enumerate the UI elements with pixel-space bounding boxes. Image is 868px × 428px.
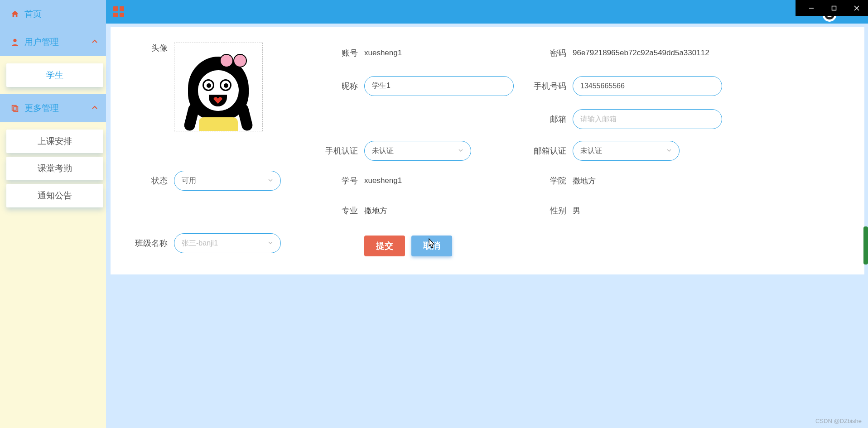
sidebar-item-attendance[interactable]: 课堂考勤 xyxy=(6,157,103,180)
value-account: xuesheng1 xyxy=(364,48,402,58)
label-phone-verify: 手机认证 xyxy=(314,145,364,156)
copy-icon xyxy=(11,104,20,112)
field-avatar: 头像 xyxy=(124,41,305,131)
form-grid: 头像 账号 xuesheng1 密码 96e79218965eb72c92a54… xyxy=(124,41,851,256)
maximize-button[interactable] xyxy=(823,0,845,16)
user-icon xyxy=(11,38,20,46)
sidebar: 首页 用户管理 学生 更多管理 上课安排 课堂考勤 通知公告 xyxy=(0,0,106,428)
form-actions: 提交 取消 xyxy=(314,230,514,256)
label-account: 账号 xyxy=(314,48,364,58)
main-content: 头像 账号 xuesheng1 密码 96e79218965eb72c92a54… xyxy=(111,27,864,274)
phone-input[interactable] xyxy=(573,76,722,96)
nickname-input[interactable] xyxy=(364,76,514,96)
spacer xyxy=(314,107,514,131)
class-name-value: 张三-banji1 xyxy=(182,239,218,248)
field-class-name: 班级名称 张三-banji1 xyxy=(124,230,305,256)
svg-rect-10 xyxy=(14,106,18,111)
minimize-button[interactable] xyxy=(800,0,823,16)
chevron-down-icon xyxy=(268,239,273,247)
sidebar-item-label: 通知公告 xyxy=(38,190,72,202)
status-select[interactable]: 可用 xyxy=(174,171,281,191)
chevron-down-icon xyxy=(458,147,463,155)
label-password: 密码 xyxy=(523,48,573,58)
field-email-verify: 邮箱认证 未认证 xyxy=(523,140,722,161)
field-status: 状态 可用 xyxy=(124,170,305,191)
sidebar-item-student[interactable]: 学生 xyxy=(6,63,103,87)
sidebar-item-label: 上课安排 xyxy=(38,135,72,147)
value-password: 96e79218965eb72c92a549dd5a330112 xyxy=(573,48,709,58)
svg-point-8 xyxy=(13,39,16,42)
svg-rect-1 xyxy=(832,6,836,10)
status-value: 可用 xyxy=(182,176,196,186)
field-email: 邮箱 xyxy=(523,107,722,131)
value-gender: 男 xyxy=(573,206,580,216)
sidebar-item-label: 课堂考勤 xyxy=(38,163,72,174)
phone-verify-value: 未认证 xyxy=(372,146,394,156)
field-account: 账号 xuesheng1 xyxy=(314,41,514,65)
sidebar-item-label: 首页 xyxy=(24,8,42,20)
label-avatar: 头像 xyxy=(124,43,174,53)
label-email-verify: 邮箱认证 xyxy=(523,145,573,156)
sidebar-item-label: 用户管理 xyxy=(24,36,59,48)
field-college: 学院 撒地方 xyxy=(523,170,722,191)
field-phone-verify: 手机认证 未认证 xyxy=(314,140,514,161)
label-status: 状态 xyxy=(124,175,174,186)
chevron-up-icon xyxy=(92,103,98,113)
phone-input-inner[interactable] xyxy=(580,82,714,90)
class-name-select[interactable]: 张三-banji1 xyxy=(174,233,281,253)
label-email: 邮箱 xyxy=(523,114,573,125)
value-student-no: xuesheng1 xyxy=(364,176,402,185)
value-major: 撒地方 xyxy=(364,206,387,216)
watermark: CSDN @DZbishe xyxy=(815,418,862,424)
spacer xyxy=(523,230,722,256)
sidebar-item-more-mgmt[interactable]: 更多管理 xyxy=(0,94,106,122)
email-verify-select[interactable]: 未认证 xyxy=(573,141,680,161)
window-controls xyxy=(796,0,868,16)
field-major: 专业 撒地方 xyxy=(314,200,514,221)
sidebar-sublist-more: 上课安排 课堂考勤 通知公告 xyxy=(0,122,106,215)
sidebar-item-schedule[interactable]: 上课安排 xyxy=(6,130,103,153)
sidebar-item-user-mgmt[interactable]: 用户管理 xyxy=(0,28,106,56)
close-button[interactable] xyxy=(845,0,868,16)
chevron-up-icon xyxy=(92,37,98,47)
label-nickname: 昵称 xyxy=(314,81,364,91)
label-phone: 手机号码 xyxy=(523,81,573,91)
email-input[interactable] xyxy=(573,109,722,129)
field-gender: 性别 男 xyxy=(523,200,722,221)
sidebar-sublist-user: 学生 xyxy=(0,56,106,94)
phone-verify-select[interactable]: 未认证 xyxy=(364,141,471,161)
chevron-down-icon xyxy=(268,177,273,185)
svg-rect-9 xyxy=(12,106,16,111)
avatar-image xyxy=(180,49,257,131)
nickname-input-inner[interactable] xyxy=(372,82,506,90)
sidebar-item-label: 更多管理 xyxy=(24,102,59,114)
sidebar-item-home[interactable]: 首页 xyxy=(0,0,106,28)
field-password: 密码 96e79218965eb72c92a549dd5a330112 xyxy=(523,41,722,65)
label-major: 专业 xyxy=(314,205,364,216)
field-phone: 手机号码 xyxy=(523,74,722,98)
spacer xyxy=(124,140,305,161)
sidebar-item-announce[interactable]: 通知公告 xyxy=(6,184,103,207)
cancel-button[interactable]: 取消 xyxy=(411,236,452,256)
label-class-name: 班级名称 xyxy=(124,238,174,249)
apps-icon[interactable] xyxy=(113,6,124,17)
submit-button[interactable]: 提交 xyxy=(364,236,405,256)
scrollbar-thumb[interactable] xyxy=(863,226,868,264)
sidebar-item-label: 学生 xyxy=(46,69,63,81)
email-verify-value: 未认证 xyxy=(580,146,602,156)
home-icon xyxy=(11,10,20,18)
label-student-no: 学号 xyxy=(314,175,364,186)
app-header xyxy=(0,0,868,24)
field-student-no: 学号 xuesheng1 xyxy=(314,170,514,191)
field-nickname: 昵称 xyxy=(314,74,514,98)
email-input-inner[interactable] xyxy=(580,115,714,123)
label-gender: 性别 xyxy=(523,205,573,216)
chevron-down-icon xyxy=(666,147,672,155)
value-college: 撒地方 xyxy=(573,176,596,186)
spacer xyxy=(124,200,305,221)
label-college: 学院 xyxy=(523,175,573,186)
avatar-uploader[interactable] xyxy=(174,43,263,131)
